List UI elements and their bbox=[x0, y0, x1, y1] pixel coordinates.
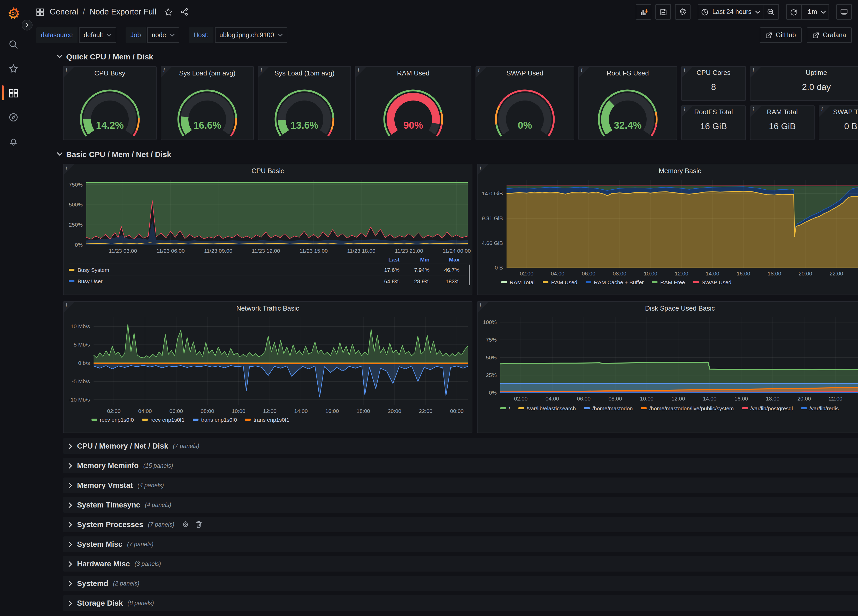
legend-item[interactable]: SWAP Used bbox=[693, 279, 732, 285]
row-delete-icon[interactable] bbox=[196, 521, 202, 528]
zoom-out-button[interactable] bbox=[763, 4, 779, 20]
share-dashboard-icon[interactable] bbox=[180, 8, 188, 16]
legend-series-label[interactable]: Busy User bbox=[69, 278, 370, 284]
legend-series-label[interactable]: Busy System bbox=[69, 266, 370, 273]
panel-info-icon[interactable]: i bbox=[258, 67, 269, 78]
panel-title[interactable]: Uptime bbox=[751, 67, 858, 78]
legend-item[interactable]: /home/mastodon/live/public/system bbox=[641, 405, 734, 411]
panel-memory-basic: i Memory Basic 02:0004:0006:0008:0010:00… bbox=[477, 164, 858, 295]
time-range-picker[interactable]: Last 24 hours bbox=[698, 4, 763, 20]
legend-swatch bbox=[543, 281, 549, 283]
legend-swatch bbox=[518, 407, 524, 409]
external-link-icon bbox=[765, 32, 772, 39]
legend-scrollbar[interactable] bbox=[469, 265, 470, 285]
sidebar-item-search[interactable] bbox=[0, 32, 27, 56]
legend-item[interactable]: recv enp1s0f1 bbox=[142, 416, 185, 423]
panel-title[interactable]: SWAP Used bbox=[476, 67, 574, 79]
panel-title[interactable]: Sys Load (5m avg) bbox=[161, 67, 253, 79]
row-settings-icon[interactable] bbox=[182, 521, 190, 528]
sidebar-item-starred[interactable] bbox=[0, 56, 27, 81]
section-row-quick[interactable]: Quick CPU / Mem / Disk bbox=[57, 50, 858, 62]
legend-column-header[interactable]: Min bbox=[399, 256, 429, 262]
sidebar-item-explore[interactable] bbox=[0, 105, 27, 129]
stat-value: 8 bbox=[682, 82, 745, 93]
legend-item[interactable]: recv enp1s0f0 bbox=[92, 416, 134, 423]
legend-item[interactable]: /var/lib/postgresql bbox=[742, 405, 793, 411]
legend-item[interactable]: RAM Used bbox=[543, 279, 578, 285]
dashboard-row-hardware-misc[interactable]: Hardware Misc(3 panels) bbox=[63, 556, 858, 571]
sidebar-item-alerting[interactable] bbox=[0, 129, 27, 154]
panel-title[interactable]: CPU Basic bbox=[64, 164, 472, 177]
legend-item[interactable]: RAM Cache + Buffer bbox=[586, 279, 644, 285]
panel-info-icon[interactable]: i bbox=[64, 164, 75, 175]
panel-info-icon[interactable]: i bbox=[64, 302, 75, 313]
dashboard-row-system-misc[interactable]: System Misc(7 panels) bbox=[63, 537, 858, 552]
variable-select-datasource[interactable]: default bbox=[79, 27, 117, 43]
dashboard-row-storage-disk[interactable]: Storage Disk(8 panels) bbox=[63, 595, 858, 611]
panel-title[interactable]: Memory Basic bbox=[477, 164, 858, 177]
dashboard-row-system-processes[interactable]: System Processes(7 panels) bbox=[63, 517, 858, 532]
refresh-interval-picker[interactable]: 1m bbox=[802, 4, 829, 20]
legend-swatch bbox=[584, 407, 590, 409]
dashboard-settings-button[interactable] bbox=[675, 4, 690, 20]
dashboard-row-memory-vmstat[interactable]: Memory Vmstat(4 panels) bbox=[63, 478, 858, 493]
panel-title[interactable]: CPU Busy bbox=[64, 67, 156, 79]
section-row-basic[interactable]: Basic CPU / Mem / Net / Disk bbox=[57, 148, 858, 160]
panel-info-icon[interactable]: i bbox=[682, 106, 693, 117]
legend-item[interactable]: /var/lib/elasticsearch bbox=[518, 405, 576, 411]
breadcrumb-dashboard-title[interactable]: Node Exporter Full bbox=[90, 7, 156, 17]
panel-title[interactable]: Disk Space Used Basic bbox=[477, 302, 858, 314]
panel-info-icon[interactable]: i bbox=[819, 106, 830, 117]
legend-item[interactable]: RAM Total bbox=[501, 279, 535, 285]
dashboard-row-cpu-memory-net-disk[interactable]: CPU / Memory / Net / Disk(7 panels) bbox=[63, 438, 858, 454]
save-dashboard-button[interactable] bbox=[655, 4, 671, 20]
panel-info-icon[interactable]: i bbox=[477, 302, 488, 313]
svg-text:14.0 GiB: 14.0 GiB bbox=[482, 191, 503, 196]
legend-item[interactable]: /var/lib/redis bbox=[801, 405, 839, 411]
panel-info-icon[interactable]: i bbox=[682, 67, 693, 78]
star-dashboard-icon[interactable] bbox=[163, 8, 173, 16]
add-panel-button[interactable] bbox=[636, 4, 651, 20]
legend-item[interactable]: trans enp1s0f0 bbox=[193, 416, 237, 423]
panel-info-icon[interactable]: i bbox=[579, 67, 590, 78]
panel-info-icon[interactable]: i bbox=[751, 106, 762, 117]
memory-basic-chart: 02:0004:0006:0008:0010:0012:0014:0016:00… bbox=[477, 177, 858, 278]
panel-info-icon[interactable]: i bbox=[751, 67, 762, 78]
legend-column-header[interactable]: Max bbox=[429, 256, 460, 262]
sidebar-item-dashboards[interactable] bbox=[0, 81, 27, 105]
svg-text:18:00: 18:00 bbox=[768, 270, 781, 276]
panel-title[interactable]: Root FS Used bbox=[579, 67, 676, 79]
svg-text:04:00: 04:00 bbox=[138, 408, 152, 414]
link-grafana-button[interactable]: Grafana bbox=[807, 27, 852, 43]
svg-text:10:00: 10:00 bbox=[640, 396, 654, 402]
gauge-panel-sys-load-15m-avg-: iSys Load (15m avg)13.6% bbox=[258, 66, 351, 140]
legend-item[interactable]: RAM Free bbox=[652, 279, 685, 285]
gear-icon bbox=[679, 8, 687, 16]
breadcrumb-folder[interactable]: General bbox=[50, 7, 78, 17]
cycle-view-mode-button[interactable] bbox=[836, 4, 852, 20]
legend-column-header[interactable]: Last bbox=[370, 256, 399, 262]
dashboard-row-systemd[interactable]: Systemd(2 panels) bbox=[63, 576, 858, 591]
variable-select-host[interactable]: ublog.ipng.ch:9100 bbox=[215, 27, 288, 43]
panel-title[interactable]: Sys Load (15m avg) bbox=[258, 67, 350, 79]
panel-info-icon[interactable]: i bbox=[161, 67, 172, 78]
legend-item[interactable]: / bbox=[500, 405, 510, 411]
panel-title[interactable]: Network Traffic Basic bbox=[64, 302, 472, 314]
panel-info-icon[interactable]: i bbox=[356, 67, 367, 78]
panel-info-icon[interactable]: i bbox=[476, 67, 487, 78]
legend-item[interactable]: /home/mastodon bbox=[584, 405, 633, 411]
dashboard-row-system-timesync[interactable]: System Timesync(4 panels) bbox=[63, 497, 858, 513]
svg-text:02:00: 02:00 bbox=[514, 396, 528, 402]
legend-item[interactable]: trans enp1s0f1 bbox=[245, 416, 289, 423]
panel-info-icon[interactable]: i bbox=[477, 164, 488, 175]
variable-label-job: Job bbox=[126, 27, 146, 43]
dashboard-row-memory-meminfo[interactable]: Memory Meminfo(15 panels) bbox=[63, 458, 858, 473]
svg-text:90%: 90% bbox=[403, 120, 423, 131]
sidebar-expand-button[interactable] bbox=[22, 20, 33, 31]
variable-select-job[interactable]: node bbox=[147, 27, 180, 43]
save-icon bbox=[659, 8, 667, 16]
link-github-button[interactable]: GitHub bbox=[760, 27, 802, 43]
panel-info-icon[interactable]: i bbox=[64, 67, 75, 78]
panel-title[interactable]: RAM Used bbox=[356, 67, 471, 79]
refresh-button[interactable] bbox=[786, 4, 802, 20]
